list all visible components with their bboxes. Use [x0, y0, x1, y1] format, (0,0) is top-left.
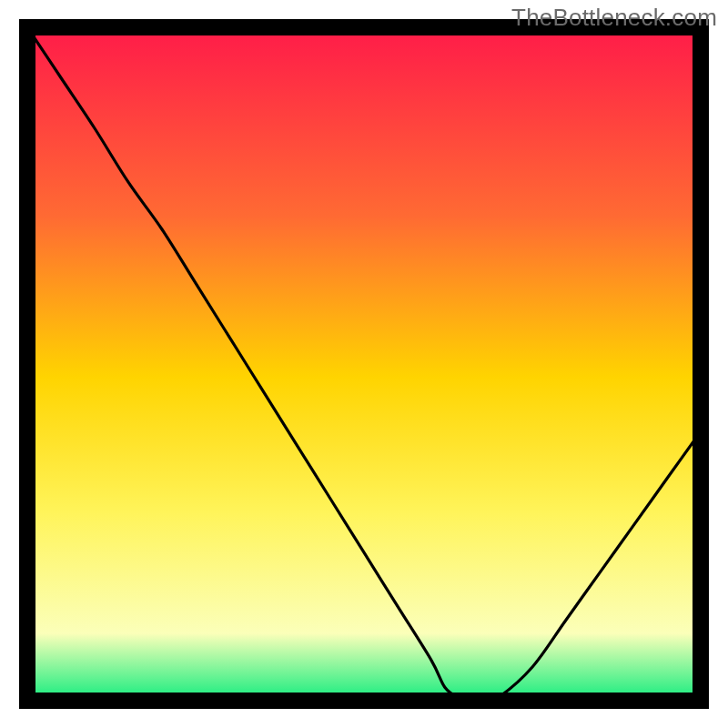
- chart-container: TheBottleneck.com: [0, 0, 728, 728]
- plot-background: [27, 27, 701, 701]
- watermark-text: TheBottleneck.com: [511, 4, 717, 32]
- bottleneck-chart: [0, 0, 728, 728]
